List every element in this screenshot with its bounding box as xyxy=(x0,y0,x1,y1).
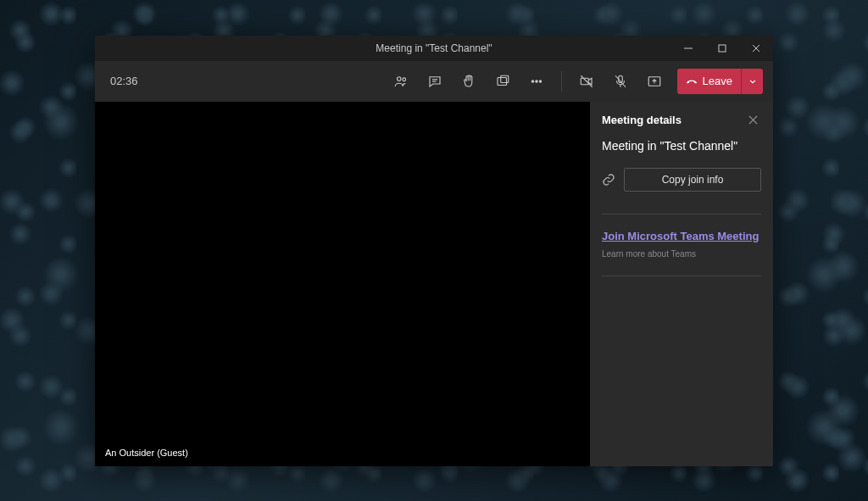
svg-point-12 xyxy=(539,80,541,81)
link-icon xyxy=(602,173,615,186)
camera-toggle-button[interactable] xyxy=(572,67,601,96)
svg-rect-1 xyxy=(719,45,726,52)
divider xyxy=(602,276,761,276)
leave-caret-button[interactable] xyxy=(741,69,763,94)
title-bar: Meeting in "Test Channel" xyxy=(95,36,773,61)
meeting-body: An Outsider (Guest) Meeting details Meet… xyxy=(95,102,773,466)
divider xyxy=(602,214,761,214)
close-panel-button[interactable] xyxy=(744,112,761,129)
close-icon xyxy=(748,115,758,125)
breakout-rooms-button[interactable] xyxy=(488,67,517,96)
video-stage: An Outsider (Guest) xyxy=(95,102,590,466)
more-icon xyxy=(529,74,544,89)
leave-label: Leave xyxy=(703,75,732,87)
toolbar-separator xyxy=(561,71,562,92)
minimize-icon xyxy=(684,44,693,53)
meeting-toolbar: 02:36 Leave xyxy=(95,61,773,102)
teams-meeting-window: Meeting in "Test Channel" 02:36 xyxy=(95,36,773,466)
meeting-name: Meeting in "Test Channel" xyxy=(602,139,761,153)
window-title: Meeting in "Test Channel" xyxy=(376,42,492,54)
mic-toggle-button[interactable] xyxy=(606,67,635,96)
maximize-icon xyxy=(718,44,726,53)
chat-button[interactable] xyxy=(420,67,449,96)
svg-line-14 xyxy=(581,75,593,87)
svg-point-4 xyxy=(397,76,401,81)
learn-more-link[interactable]: Learn more about Teams xyxy=(602,249,761,259)
copy-join-row: Copy join info xyxy=(602,168,761,192)
copy-join-info-button[interactable]: Copy join info xyxy=(624,168,761,192)
more-actions-button[interactable] xyxy=(522,67,551,96)
svg-point-10 xyxy=(531,80,533,81)
window-controls xyxy=(671,36,773,61)
chat-icon xyxy=(427,74,442,89)
chevron-down-icon xyxy=(747,75,759,87)
svg-rect-8 xyxy=(498,77,507,85)
leave-button-main[interactable]: Leave xyxy=(677,69,741,94)
close-window-button[interactable] xyxy=(739,36,773,61)
svg-rect-9 xyxy=(500,75,508,82)
svg-point-11 xyxy=(535,80,537,81)
camera-off-icon xyxy=(579,74,594,89)
call-timer: 02:36 xyxy=(110,75,138,87)
join-teams-meeting-link[interactable]: Join Microsoft Teams Meeting xyxy=(602,230,761,242)
raise-hand-button[interactable] xyxy=(454,67,483,96)
leave-button[interactable]: Leave xyxy=(677,69,763,94)
panel-title: Meeting details xyxy=(602,114,682,126)
share-icon xyxy=(647,74,662,89)
meeting-details-panel: Meeting details Meeting in "Test Channel… xyxy=(590,102,773,466)
close-icon xyxy=(752,44,760,53)
people-button[interactable] xyxy=(387,67,415,96)
minimize-button[interactable] xyxy=(671,36,705,61)
svg-point-5 xyxy=(402,77,405,81)
hangup-icon xyxy=(686,75,698,87)
people-icon xyxy=(393,74,409,89)
panel-header: Meeting details xyxy=(602,102,761,139)
maximize-button[interactable] xyxy=(705,36,739,61)
raise-hand-icon xyxy=(461,74,476,89)
share-screen-button[interactable] xyxy=(640,67,669,96)
participant-name-label: An Outsider (Guest) xyxy=(105,448,188,458)
mic-off-icon xyxy=(613,74,628,89)
rooms-icon xyxy=(495,74,510,89)
